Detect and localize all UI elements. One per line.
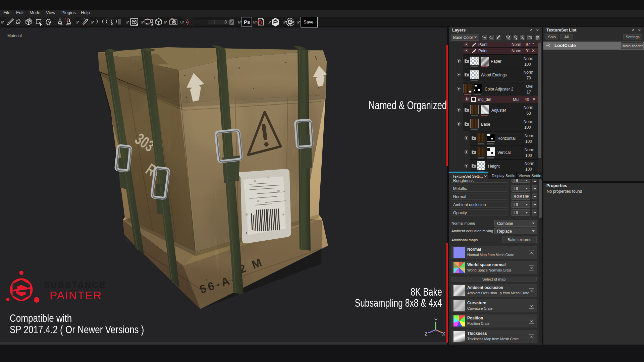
svg-text:SUBSTANCE: SUBSTANCE xyxy=(44,280,106,290)
svg-text:8: 8 xyxy=(224,20,227,24)
svg-text:Y: Y xyxy=(434,317,438,323)
svg-text:PAINTER: PAINTER xyxy=(50,289,102,302)
svg-text:Save +: Save + xyxy=(304,19,317,24)
svg-text:X: X xyxy=(442,331,445,337)
svg-text:Z: Z xyxy=(425,331,428,337)
svg-text:Ps: Ps xyxy=(244,19,250,25)
